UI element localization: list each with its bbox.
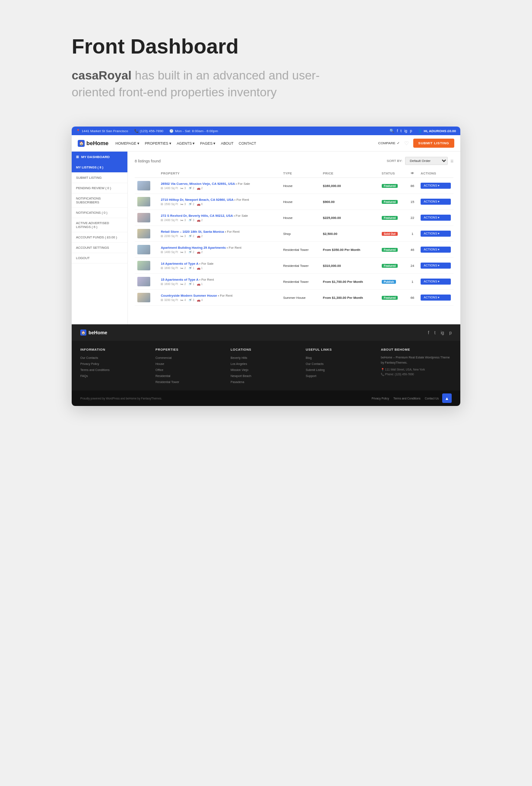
- prop-baths: 🚿 2: [188, 187, 194, 190]
- status-badge: Featured: [382, 184, 398, 188]
- scroll-to-top-btn[interactable]: ▲: [442, 393, 452, 403]
- nav-about[interactable]: ABOUT: [221, 141, 234, 146]
- footer-col-link[interactable]: House: [155, 361, 226, 367]
- footer-col-link[interactable]: Los Angeles: [231, 361, 301, 367]
- instagram-icon[interactable]: ig: [404, 129, 407, 133]
- prop-garages: 🚗 2: [197, 250, 203, 254]
- terms-link[interactable]: Terms and Conditions: [393, 397, 421, 400]
- prop-baths: 🚿 2: [188, 250, 194, 254]
- facebook-icon[interactable]: f: [397, 129, 398, 133]
- sidebar-item-pending-review[interactable]: PENDING REVIEW ( 0 ): [72, 183, 127, 193]
- compare-btn[interactable]: COMPARE ✓: [378, 141, 400, 145]
- footer-instagram-icon[interactable]: ig: [441, 330, 444, 335]
- prop-name-link[interactable]: 26502 Via Cuervo, Mission Viejo, CA 9269…: [161, 182, 278, 186]
- footer-facebook-icon[interactable]: f: [428, 330, 429, 335]
- nav-homepage[interactable]: HOMEPAGE ▾: [115, 141, 139, 146]
- footer-pinterest-icon[interactable]: p: [449, 330, 452, 335]
- listings-table: PROPERTY TYPE PRICE STATUS 👁 ACTIONS 26: [135, 169, 453, 306]
- prop-name-link[interactable]: 15 Apartments of Type A • For Rent: [161, 278, 278, 282]
- footer-col-link[interactable]: Pasadena: [231, 379, 301, 385]
- footer-col-link[interactable]: Privacy Policy: [80, 361, 151, 367]
- status-badge: Featured: [382, 248, 398, 252]
- prop-name-link[interactable]: 272 S Rexford Dr, Beverly Hills, CA 9021…: [161, 214, 278, 218]
- col-actions: ACTIONS: [418, 169, 453, 178]
- sidebar-item-logout[interactable]: LOGOUT: [72, 253, 127, 263]
- nav-contact[interactable]: CONTACT: [239, 141, 256, 146]
- footer-col-link[interactable]: Terms and Conditions: [80, 367, 151, 373]
- brand-name: casaRoyal: [72, 69, 132, 82]
- prop-beds: 🛏 3: [180, 235, 186, 238]
- grid-view-icon[interactable]: ≡: [450, 158, 453, 164]
- sidebar-item-my-listings[interactable]: MY LISTINGS ( 8 ): [72, 162, 127, 173]
- prop-name-link[interactable]: 14 Apartments of Type A • For Sale: [161, 262, 278, 266]
- sort-area: SORT BY: Default Order Price: Low to Hig…: [386, 157, 453, 165]
- contact-us-link[interactable]: Contact Us: [425, 397, 439, 400]
- footer-col-link[interactable]: Residential Tower: [155, 379, 226, 385]
- prop-price-cell: $2,500.00: [320, 226, 379, 242]
- prop-name-link[interactable]: 2710 Hilltop Dr, Newport Beach, CA 92660…: [161, 198, 278, 202]
- nav-bar: 🏠 beHome HOMEPAGE ▾ PROPERTIES ▾ AGENTS …: [72, 135, 460, 152]
- sidebar-item-notifications-subscribers[interactable]: NOTIFICATIONS SUBSCRIBERS: [72, 193, 127, 208]
- actions-btn[interactable]: ACTIONS ▾: [421, 183, 451, 189]
- footer-col-link[interactable]: Newport Beach: [231, 373, 301, 379]
- footer-about-address: 📍 111 Wall Street, USA, New York📞 Phone:…: [381, 367, 452, 377]
- footer-col-title: PROPERTIES: [155, 348, 226, 352]
- wishlist-icon[interactable]: ♡: [404, 140, 409, 146]
- actions-btn[interactable]: ACTIONS ▾: [421, 279, 451, 285]
- footer-col-link[interactable]: Residential: [155, 373, 226, 379]
- sort-select[interactable]: Default Order Price: Low to High Price: …: [405, 157, 448, 165]
- footer-col-link[interactable]: Commercial: [155, 355, 226, 361]
- prop-actions-cell: ACTIONS ▾: [418, 178, 453, 194]
- sidebar-item-account-funds[interactable]: ACCOUNT FUNDS ( £0.00 ): [72, 232, 127, 243]
- footer-col-link[interactable]: Office: [155, 367, 226, 373]
- prop-meta: ⊞ 1500 Sq Ft 🛏 3 🚿 2 🚗 6: [161, 203, 278, 206]
- actions-btn[interactable]: ACTIONS ▾: [421, 295, 451, 301]
- hours-item: 🕐 Mon - Sat: 8:00am - 6:00pm: [169, 129, 218, 133]
- footer-col-link[interactable]: Blog: [306, 355, 377, 361]
- actions-btn[interactable]: ACTIONS ▾: [421, 231, 451, 237]
- nav-properties[interactable]: PROPERTIES ▾: [145, 141, 171, 146]
- footer-links: INFORMATIONOur ContactsPrivacy PolicyTer…: [72, 341, 460, 390]
- footer-twitter-icon[interactable]: t: [434, 330, 436, 335]
- sidebar-item-notifications[interactable]: NOTIFICATIONS ( 0 ): [72, 208, 127, 218]
- sidebar-item-submit-listing[interactable]: SUBMIT LISTING: [72, 173, 127, 183]
- sidebar-item-account-settings[interactable]: ACCOUNT SETTINGS: [72, 243, 127, 253]
- nav-agents[interactable]: AGENTS ▾: [177, 141, 195, 146]
- footer-col-link[interactable]: Our Contacts: [80, 355, 151, 361]
- logo-icon: 🏠: [78, 140, 85, 147]
- footer-col-link[interactable]: Beverly Hills: [231, 355, 301, 361]
- search-icon[interactable]: 🔍: [390, 129, 394, 133]
- prop-garages: 🚗 2: [197, 235, 203, 238]
- footer-col-link[interactable]: Support: [306, 373, 377, 379]
- prop-status-cell: Featured: [379, 258, 407, 274]
- footer-col-link[interactable]: Submit Listing: [306, 367, 377, 373]
- sidebar: ⊞ MY DASHBOARD MY LISTINGS ( 8 ) SUBMIT …: [72, 152, 128, 324]
- actions-btn[interactable]: ACTIONS ▾: [421, 215, 451, 221]
- actions-btn[interactable]: ACTIONS ▾: [421, 247, 451, 253]
- pinterest-icon[interactable]: p: [410, 129, 412, 133]
- actions-btn[interactable]: ACTIONS ▾: [421, 199, 451, 205]
- prop-name-link[interactable]: Retail Store – 1020 18th St, Santa Monic…: [161, 230, 278, 234]
- twitter-icon[interactable]: t: [401, 129, 402, 133]
- privacy-policy-link[interactable]: Privacy Policy: [372, 397, 389, 400]
- footer-col-link[interactable]: FAQs: [80, 373, 151, 379]
- footer-col-link[interactable]: Mission Viejo: [231, 367, 301, 373]
- prop-meta: ⊞ 1600 Sq Ft 🛏 2 🚿 1 🚗 1: [161, 266, 278, 270]
- page-wrapper: Front Dashboard casaRoyal has built in a…: [72, 35, 460, 406]
- actions-btn[interactable]: ACTIONS ▾: [421, 263, 451, 269]
- sidebar-header: ⊞ MY DASHBOARD: [72, 152, 127, 162]
- prop-name-link[interactable]: Countryside Modern Summer House • For Re…: [161, 294, 278, 298]
- submit-listing-btn[interactable]: SUBMIT LISTING: [413, 139, 454, 148]
- prop-beds: 🛏 3: [180, 219, 186, 222]
- prop-thumb: [137, 277, 150, 286]
- nav-pages[interactable]: PAGES ▾: [200, 141, 215, 146]
- prop-type-cell: Residential Tower: [281, 258, 320, 274]
- footer-logo-icon: 🏠: [80, 330, 86, 336]
- footer-col-link[interactable]: Our Contacts: [306, 361, 377, 367]
- col-status: STATUS: [379, 169, 407, 178]
- prop-beds: 🛏 2: [180, 282, 186, 285]
- prop-thumb: [137, 261, 150, 270]
- sidebar-item-active-advertised[interactable]: ACTIVE ADVERTISED LISTINGS ( 6 ): [72, 218, 127, 232]
- prop-name-link[interactable]: Apartment Building Having 29 Apartments …: [161, 246, 278, 250]
- footer-col-4: ABOUT BEHOMEbeHome – Premium Real Estate…: [381, 348, 452, 385]
